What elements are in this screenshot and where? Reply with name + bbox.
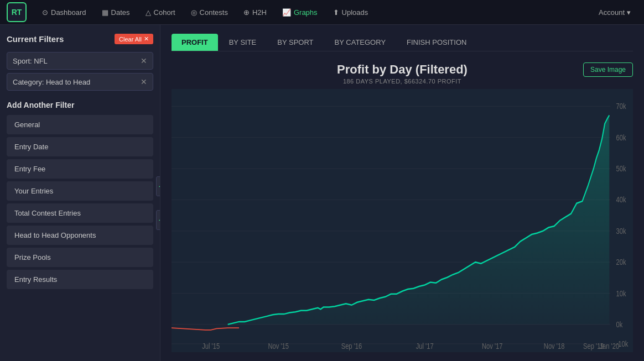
tab-by-sport[interactable]: BY SPORT [267,34,323,51]
clear-all-label: Clear All [119,36,142,43]
h2h-icon: ⊕ [243,8,250,17]
remove-sport-filter-icon[interactable]: ✕ [141,56,147,65]
svg-text:10k: 10k [616,289,626,297]
svg-text:0k: 0k [616,321,622,329]
filter-entry-results-button[interactable]: Entry Results [7,270,153,289]
filter-prize-pools-button[interactable]: Prize Pools [7,248,153,267]
svg-text:Nov '15: Nov '15 [268,342,289,350]
svg-text:Nov '18: Nov '18 [544,342,565,350]
add-filter-title: Add Another Filter [7,101,153,109]
account-menu[interactable]: Account ▾ [592,5,637,20]
chart-title: Profit by Day (Filtered) [221,62,583,77]
filter-your-entries-button[interactable]: Your Entries [7,181,153,201]
sidebar-collapse-handle-2[interactable]: ◂ [156,210,160,230]
svg-text:60k: 60k [616,134,626,142]
clear-all-x-icon: ✕ [144,35,149,43]
sidebar-collapse-handle[interactable]: ◂ [156,176,160,196]
nav-graphs-label: Graphs [294,8,318,17]
svg-text:Nov '17: Nov '17 [482,342,503,350]
cohort-icon: △ [146,8,151,17]
nav-contests-label: Contests [200,8,228,17]
main-layout: Current Filters Clear All ✕ Sport: NFL ✕… [0,25,644,361]
chart-title-area: Profit by Day (Filtered) 186 DAYS PLAYED… [221,62,583,85]
nav-uploads[interactable]: ⬆ Uploads [326,5,375,20]
clear-all-button[interactable]: Clear All ✕ [115,34,153,44]
profit-chart-svg: 70k 60k 50k 40k 30k 20k 10k 0k -10k [172,89,633,352]
sidebar-title: Current Filters [7,34,64,44]
dashboard-icon: ⊙ [42,8,48,17]
filter-general-button[interactable]: General [7,115,153,134]
chart-container: Profit by Day (Filtered) 186 DAYS PLAYED… [172,62,633,352]
filter-chip-sport-label: Sport: NFL [13,57,48,65]
filter-chip-category: Category: Head to Head ✕ [7,73,153,91]
svg-text:70k: 70k [616,102,626,111]
filter-entry-date-button[interactable]: Entry Date [7,137,153,156]
sidebar: Current Filters Clear All ✕ Sport: NFL ✕… [0,25,160,361]
nav-dates[interactable]: ▦ Dates [95,5,137,20]
nav-cohort[interactable]: △ Cohort [139,5,182,20]
chart-tabs: PROFIT BY SITE BY SPORT BY CATEGORY FINI… [172,34,633,51]
main-content: PROFIT BY SITE BY SPORT BY CATEGORY FINI… [160,25,644,361]
sidebar-header: Current Filters Clear All ✕ [7,34,153,44]
filter-total-contest-entries-button[interactable]: Total Contest Entries [7,203,153,223]
tab-finish-position[interactable]: FINISH POSITION [397,34,476,51]
svg-text:Jan '20: Jan '20 [599,342,619,350]
svg-text:20k: 20k [616,258,626,266]
svg-text:Jul '15: Jul '15 [202,342,220,350]
chart-subtitle: 186 DAYS PLAYED, $66324.70 PROFIT [221,78,583,85]
nav-items: ⊙ Dashboard ▦ Dates △ Cohort ◎ Contests … [35,5,592,20]
svg-text:40k: 40k [616,196,626,204]
app-logo: RT [7,2,27,22]
graphs-icon: 📈 [282,8,291,17]
nav-dates-label: Dates [111,8,130,17]
svg-text:Sep '16: Sep '16 [341,342,362,350]
contests-icon: ◎ [191,8,197,17]
account-dropdown-icon: ▾ [627,8,631,17]
filter-chip-sport: Sport: NFL ✕ [7,52,153,70]
nav-graphs[interactable]: 📈 Graphs [276,5,324,20]
nav-dashboard-label: Dashboard [51,8,86,17]
account-label: Account [599,8,625,17]
tab-by-site[interactable]: BY SITE [219,34,267,51]
chart-svg-wrapper: 70k 60k 50k 40k 30k 20k 10k 0k -10k [172,89,633,352]
nav-uploads-label: Uploads [342,8,368,17]
nav-dashboard[interactable]: ⊙ Dashboard [35,5,93,20]
nav-contests[interactable]: ◎ Contests [184,5,235,20]
navbar: RT ⊙ Dashboard ▦ Dates △ Cohort ◎ Contes… [0,0,644,25]
nav-cohort-label: Cohort [154,8,175,17]
filter-entry-fee-button[interactable]: Entry Fee [7,159,153,179]
dates-icon: ▦ [102,8,108,17]
save-image-button[interactable]: Save Image [583,62,633,77]
nav-h2h[interactable]: ⊕ H2H [237,5,273,20]
filter-head-to-head-opponents-button[interactable]: Head to Head Opponents [7,226,153,245]
uploads-icon: ⬆ [333,8,339,17]
nav-h2h-label: H2H [252,8,267,17]
svg-text:30k: 30k [616,227,626,236]
tab-profit[interactable]: PROFIT [172,34,218,51]
tab-by-category[interactable]: BY CATEGORY [325,34,396,51]
chart-header: Profit by Day (Filtered) 186 DAYS PLAYED… [172,62,633,85]
svg-text:50k: 50k [616,165,626,173]
filter-chip-category-label: Category: Head to Head [13,78,90,86]
remove-category-filter-icon[interactable]: ✕ [141,77,147,86]
svg-text:Jul '17: Jul '17 [416,342,434,350]
